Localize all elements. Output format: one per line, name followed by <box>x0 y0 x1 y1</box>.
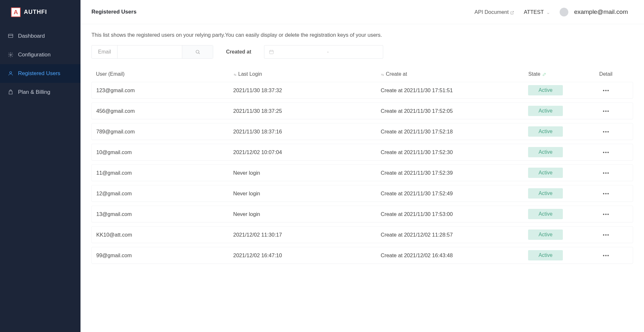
row-actions-button[interactable]: ••• <box>603 232 610 238</box>
brand-logo-icon: A <box>11 7 21 17</box>
created-at-label: Created at <box>226 49 251 55</box>
cell-state: Active <box>528 209 591 219</box>
cell-last-login: 2021/11/30 18:37:32 <box>233 87 381 93</box>
row-actions-button[interactable]: ••• <box>603 171 610 176</box>
table-row: 10@gmail.com 2021/12/02 10:07:04 Create … <box>91 144 633 161</box>
chevron-down-icon <box>546 10 550 14</box>
table-body: 123@gmail.com 2021/11/30 18:37:32 Create… <box>91 82 633 264</box>
table-row: 12@gmail.com Never login Create at 2021/… <box>91 185 633 202</box>
email-search-input[interactable] <box>118 45 182 58</box>
cell-state: Active <box>528 126 591 137</box>
email-search-label: Email <box>92 45 118 58</box>
table-row: 123@gmail.com 2021/11/30 18:37:32 Create… <box>91 82 633 99</box>
cell-state: Active <box>528 147 591 157</box>
th-detail: Detail <box>592 71 629 77</box>
status-badge: Active <box>528 106 563 116</box>
sidebar-item-registered-users[interactable]: Registered Users <box>0 64 80 83</box>
cell-detail: ••• <box>592 190 629 197</box>
filters: Email Created at - <box>91 45 633 59</box>
sidebar-item-dashboard[interactable]: Dashboard <box>0 27 80 45</box>
cell-created-at: Create at 2021/11/30 17:52:39 <box>381 170 528 176</box>
cell-last-login: Never login <box>233 170 381 176</box>
sidebar-item-plan-billing[interactable]: Plan & Billing <box>0 83 80 102</box>
row-actions-button[interactable]: ••• <box>603 150 610 155</box>
th-user: User (Email) <box>96 71 233 77</box>
row-actions-button[interactable]: ••• <box>603 109 610 114</box>
api-doc-link[interactable]: API Document <box>474 9 514 15</box>
user-menu[interactable]: example@mail.com <box>560 8 628 16</box>
cell-created-at: Create at 2021/12/02 16:43:48 <box>381 252 528 259</box>
cell-created-at: Create at 2021/11/30 17:52:30 <box>381 149 528 155</box>
external-link-icon <box>510 10 514 14</box>
table-row: 789@gmail.com 2021/11/30 18:37:16 Create… <box>91 123 633 140</box>
status-badge: Active <box>528 209 563 219</box>
cell-created-at: Create at 2021/12/02 11:28:57 <box>381 232 528 238</box>
brand-name: AUTHFI <box>24 9 47 15</box>
cell-last-login: 2021/11/30 18:37:25 <box>233 108 381 114</box>
cell-email: 13@gmail.com <box>96 211 233 217</box>
page-description: This list shows the registered users on … <box>91 32 633 38</box>
cell-detail: ••• <box>592 149 629 155</box>
svg-point-2 <box>10 72 12 73</box>
email-search: Email <box>91 45 213 59</box>
sort-icon <box>233 72 237 76</box>
status-badge: Active <box>528 85 563 95</box>
sidebar-item-label: Dashboard <box>18 33 45 39</box>
status-badge: Active <box>528 168 563 178</box>
table-row: KK10@att.com 2021/12/02 11:30:17 Create … <box>91 226 633 243</box>
date-range-picker[interactable]: - <box>264 45 383 59</box>
th-created-at[interactable]: Create at <box>381 71 528 77</box>
svg-rect-0 <box>8 34 13 38</box>
sidebar-nav: Dashboard Configuration Registered Users… <box>0 24 80 102</box>
status-badge: Active <box>528 188 563 199</box>
th-last-login[interactable]: Last Login <box>233 71 381 77</box>
avatar <box>560 8 568 16</box>
cell-email: 99@gmail.com <box>96 252 233 259</box>
edit-icon[interactable] <box>542 72 547 76</box>
row-actions-button[interactable]: ••• <box>603 88 610 93</box>
main: Registered Users API Document ATTEST <box>80 0 644 332</box>
date-range-separator: - <box>277 49 378 55</box>
cell-detail: ••• <box>592 232 629 238</box>
cell-state: Active <box>528 168 591 178</box>
table-row: 99@gmail.com 2021/12/02 16:47:10 Create … <box>91 247 633 264</box>
cell-email: 123@gmail.com <box>96 87 233 93</box>
cell-detail: ••• <box>592 108 629 114</box>
table-header: User (Email) Last Login Create at <box>91 66 633 82</box>
cell-state: Active <box>528 106 591 116</box>
org-dropdown[interactable]: ATTEST <box>524 9 550 15</box>
status-badge: Active <box>528 250 563 260</box>
cell-detail: ••• <box>592 211 629 217</box>
status-badge: Active <box>528 229 563 240</box>
cell-last-login: 2021/12/02 10:07:04 <box>233 149 381 155</box>
status-badge: Active <box>528 147 563 157</box>
dashboard-icon <box>8 33 14 39</box>
content: This list shows the registered users on … <box>80 24 644 332</box>
table-row: 11@gmail.com Never login Create at 2021/… <box>91 164 633 181</box>
cell-email: 10@gmail.com <box>96 149 233 155</box>
sort-icon <box>381 72 384 76</box>
cell-email: 789@gmail.com <box>96 129 233 135</box>
sidebar-item-label: Plan & Billing <box>18 89 50 95</box>
sidebar-item-label: Configuration <box>18 52 51 58</box>
sidebar-item-configuration[interactable]: Configuration <box>0 45 80 64</box>
cell-created-at: Create at 2021/11/30 17:52:05 <box>381 108 528 114</box>
cell-created-at: Create at 2021/11/30 17:51:51 <box>381 87 528 93</box>
row-actions-button[interactable]: ••• <box>603 253 610 258</box>
th-state: State <box>528 71 592 77</box>
table-row: 456@gmail.com 2021/11/30 18:37:25 Create… <box>91 103 633 119</box>
cell-state: Active <box>528 188 591 199</box>
th-state-label: State <box>528 71 540 77</box>
cell-state: Active <box>528 85 591 95</box>
row-actions-button[interactable]: ••• <box>603 191 610 196</box>
row-actions-button[interactable]: ••• <box>603 212 610 217</box>
cell-created-at: Create at 2021/11/30 17:52:49 <box>381 190 528 197</box>
cell-state: Active <box>528 250 591 260</box>
brand[interactable]: A AUTHFI <box>0 0 80 24</box>
cell-state: Active <box>528 229 591 240</box>
row-actions-button[interactable]: ••• <box>603 129 610 134</box>
table-row: 13@gmail.com Never login Create at 2021/… <box>91 206 633 222</box>
email-search-button[interactable] <box>182 45 213 58</box>
cell-email: 456@gmail.com <box>96 108 233 114</box>
cell-detail: ••• <box>592 170 629 176</box>
